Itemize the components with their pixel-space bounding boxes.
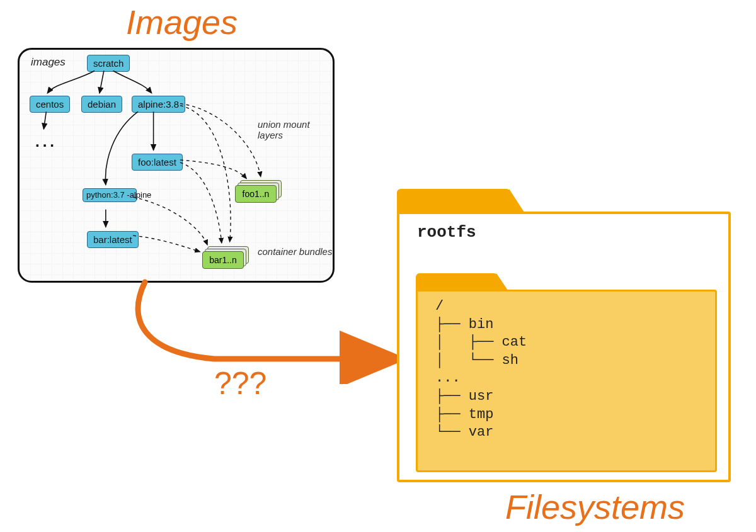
bundle-bar-label: bar1..n bbox=[202, 251, 244, 269]
heading-filesystems: Filesystems bbox=[505, 487, 685, 526]
bundle-bar: bar1..n bbox=[202, 251, 243, 270]
heading-images: Images bbox=[126, 3, 238, 42]
diagram-canvas: Images Filesystems ??? images scratch ce… bbox=[0, 0, 756, 532]
node-alpine: alpine:3.8 bbox=[132, 96, 185, 113]
annot-container-bundles: container bundles bbox=[258, 246, 332, 257]
folder-outer-body: rootfs / ├── bin │ ├── cat │ └── sh ... … bbox=[397, 212, 731, 482]
node-foo-latest: foo:latest bbox=[132, 154, 183, 171]
ellipsis-icon: ... bbox=[35, 133, 57, 150]
transform-arrow-icon bbox=[107, 277, 435, 384]
rootfs-label: rootfs bbox=[417, 223, 476, 242]
folder-tab-icon bbox=[397, 189, 510, 214]
annot-union-mount: union mount layers bbox=[258, 119, 333, 141]
node-python-alpine: python:3.7 -alpine bbox=[83, 188, 137, 202]
node-centos: centos bbox=[30, 96, 70, 113]
images-panel-label: images bbox=[31, 56, 66, 69]
folder-inner-body: / ├── bin │ ├── cat │ └── sh ... ├── usr… bbox=[416, 290, 717, 472]
filesystem-tree: / ├── bin │ ├── cat │ └── sh ... ├── usr… bbox=[435, 298, 527, 442]
node-bar-latest: bar:latest bbox=[87, 231, 139, 248]
node-debian: debian bbox=[81, 96, 122, 113]
images-panel: images scratch centos debian alpine:3.8 … bbox=[18, 48, 335, 283]
node-scratch: scratch bbox=[87, 55, 130, 72]
rootfs-folder: rootfs / ├── bin │ ├── cat │ └── sh ... … bbox=[397, 189, 731, 485]
bundle-foo-label: foo1..n bbox=[235, 185, 277, 203]
bundle-foo: foo1..n bbox=[235, 185, 275, 204]
